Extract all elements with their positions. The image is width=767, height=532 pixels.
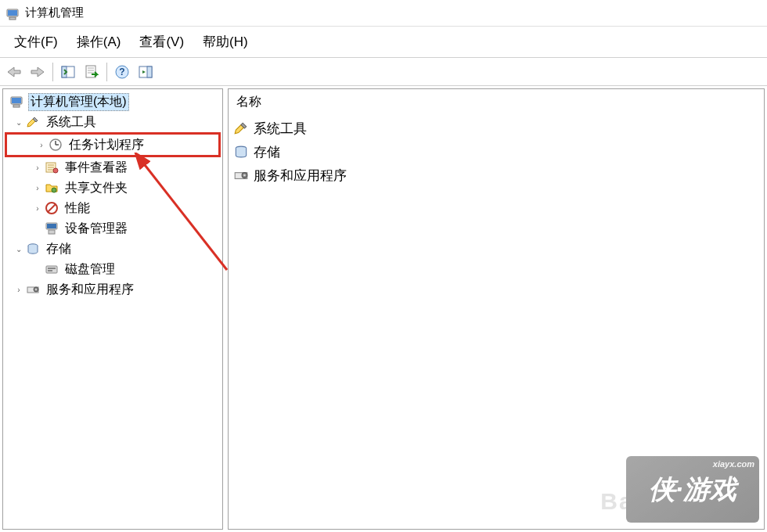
help-button[interactable]: ? xyxy=(111,61,133,83)
services-icon xyxy=(25,282,41,297)
svg-rect-33 xyxy=(48,270,52,271)
list-column-header[interactable]: 名称 xyxy=(229,89,764,117)
tree-root-label: 计算机管理(本地) xyxy=(28,93,129,111)
tools-icon xyxy=(233,120,249,136)
list-item-storage[interactable]: 存储 xyxy=(229,140,764,164)
chevron-down-icon[interactable]: ⌄ xyxy=(13,243,25,255)
device-icon xyxy=(44,221,59,236)
clock-icon xyxy=(48,137,63,153)
list-item-services-apps[interactable]: 服务和应用程序 xyxy=(229,164,764,187)
content-area: 计算机管理(本地) ⌄ 系统工具 › 任务计划程序 › 事件查看器 xyxy=(0,86,767,532)
svg-rect-1 xyxy=(9,17,16,20)
tree-label: 设备管理器 xyxy=(63,220,130,238)
svg-rect-12 xyxy=(147,66,152,77)
app-icon xyxy=(6,6,20,20)
list-item-system-tools[interactable]: 系统工具 xyxy=(229,117,764,140)
svg-point-24 xyxy=(52,188,56,192)
performance-icon xyxy=(44,200,59,216)
tree-disk-management[interactable]: 磁盘管理 xyxy=(3,259,222,279)
menu-action[interactable]: 操作(A) xyxy=(67,30,131,54)
svg-rect-29 xyxy=(47,224,56,228)
svg-point-36 xyxy=(35,289,37,290)
menu-view[interactable]: 查看(V) xyxy=(130,30,193,54)
show-hide-action-pane-button[interactable] xyxy=(135,61,157,83)
svg-point-40 xyxy=(243,174,245,176)
forward-button[interactable] xyxy=(27,61,49,83)
back-button[interactable] xyxy=(3,61,25,83)
window-title: 计算机管理 xyxy=(25,5,84,20)
window-titlebar: 计算机管理 xyxy=(0,0,767,27)
menu-file[interactable]: 文件(F) xyxy=(5,30,67,54)
tree-label: 性能 xyxy=(63,200,92,217)
tree-performance[interactable]: › 性能 xyxy=(3,198,222,218)
tree-shared-folders[interactable]: › 共享文件夹 xyxy=(3,178,222,198)
chevron-right-icon[interactable]: › xyxy=(31,182,44,194)
svg-rect-31 xyxy=(46,266,57,273)
svg-text:?: ? xyxy=(119,66,124,77)
tree-panel: 计算机管理(本地) ⌄ 系统工具 › 任务计划程序 › 事件查看器 xyxy=(2,88,223,530)
svg-rect-14 xyxy=(13,105,20,107)
tree-device-manager[interactable]: 设备管理器 xyxy=(3,218,222,239)
storage-icon xyxy=(233,144,249,160)
list-panel: 名称 系统工具 存储 服务和应用程序 xyxy=(228,88,765,530)
tree-event-viewer[interactable]: › 事件查看器 xyxy=(3,157,222,178)
tree-services-apps[interactable]: › 服务和应用程序 xyxy=(3,279,222,300)
menubar: 文件(F) 操作(A) 查看(V) 帮助(H) xyxy=(0,27,767,58)
tree-label: 任务计划程序 xyxy=(67,136,146,154)
toolbar-separator xyxy=(52,63,53,81)
tree-storage[interactable]: ⌄ 存储 xyxy=(3,239,222,259)
tree-label: 系统工具 xyxy=(44,113,99,131)
svg-rect-2 xyxy=(8,10,17,16)
menu-help[interactable]: 帮助(H) xyxy=(193,30,257,54)
svg-rect-32 xyxy=(48,268,56,269)
disk-icon xyxy=(44,261,59,277)
tree-label: 事件查看器 xyxy=(63,159,130,177)
tree-label: 磁盘管理 xyxy=(63,261,117,279)
svg-rect-28 xyxy=(49,230,55,234)
computer-icon xyxy=(9,94,25,110)
tree-label: 服务和应用程序 xyxy=(44,281,136,299)
folder-icon xyxy=(44,180,59,196)
list-label: 服务和应用程序 xyxy=(254,167,347,185)
chevron-right-icon[interactable]: › xyxy=(35,138,48,151)
svg-point-23 xyxy=(53,168,58,173)
show-hide-tree-button[interactable] xyxy=(57,61,79,83)
chevron-down-icon[interactable]: ⌄ xyxy=(13,116,25,128)
tree-label: 共享文件夹 xyxy=(63,179,130,197)
chevron-right-icon[interactable]: › xyxy=(13,283,25,296)
list-label: 系统工具 xyxy=(254,120,307,138)
tools-icon xyxy=(25,114,41,130)
storage-icon xyxy=(25,241,41,257)
list-label: 存储 xyxy=(254,143,280,161)
tree-root[interactable]: 计算机管理(本地) xyxy=(3,92,222,112)
svg-line-26 xyxy=(48,204,56,212)
svg-rect-15 xyxy=(12,98,21,103)
chevron-right-icon[interactable]: › xyxy=(31,161,44,174)
export-list-button[interactable] xyxy=(81,61,103,83)
event-log-icon xyxy=(44,160,59,175)
toolbar-separator xyxy=(106,63,107,81)
tree-label: 存储 xyxy=(44,240,74,258)
chevron-right-icon[interactable]: › xyxy=(31,202,44,214)
services-icon xyxy=(233,167,249,183)
tree-task-scheduler[interactable]: › 任务计划程序 xyxy=(7,135,218,155)
toolbar: ? xyxy=(0,58,767,86)
svg-rect-5 xyxy=(86,66,95,77)
tree-system-tools[interactable]: ⌄ 系统工具 xyxy=(3,112,222,132)
highlight-annotation: › 任务计划程序 xyxy=(5,132,221,157)
